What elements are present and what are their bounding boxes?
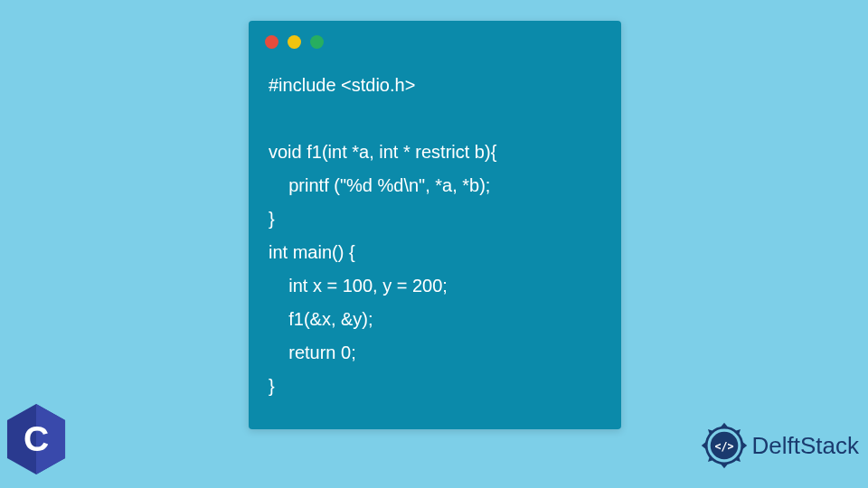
minimize-dot-icon [288,35,301,49]
close-dot-icon [265,35,278,49]
window-controls [249,21,621,56]
delftstack-text: DelftStack [752,432,860,460]
svg-text:C: C [24,419,49,458]
maximize-dot-icon [310,35,324,49]
c-language-logo-icon: C [5,404,68,474]
code-content: #include <stdio.h> void f1(int *a, int *… [249,56,621,416]
delftstack-gear-icon: </> [700,421,749,470]
delftstack-logo: </> DelftStack [700,421,860,470]
code-window: #include <stdio.h> void f1(int *a, int *… [249,21,621,429]
svg-text:</>: </> [714,440,733,453]
